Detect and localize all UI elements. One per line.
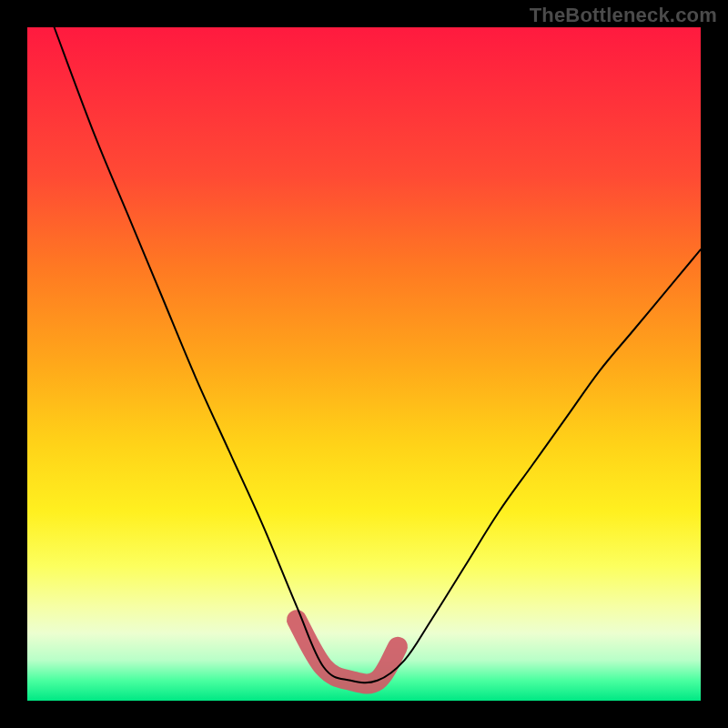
valley-highlight <box>297 620 398 683</box>
bottleneck-curve <box>55 27 701 682</box>
chart-frame: TheBottleneck.com <box>0 0 728 728</box>
plot-area <box>27 27 701 701</box>
curve-layer <box>27 27 701 701</box>
watermark-text: TheBottleneck.com <box>530 4 717 27</box>
